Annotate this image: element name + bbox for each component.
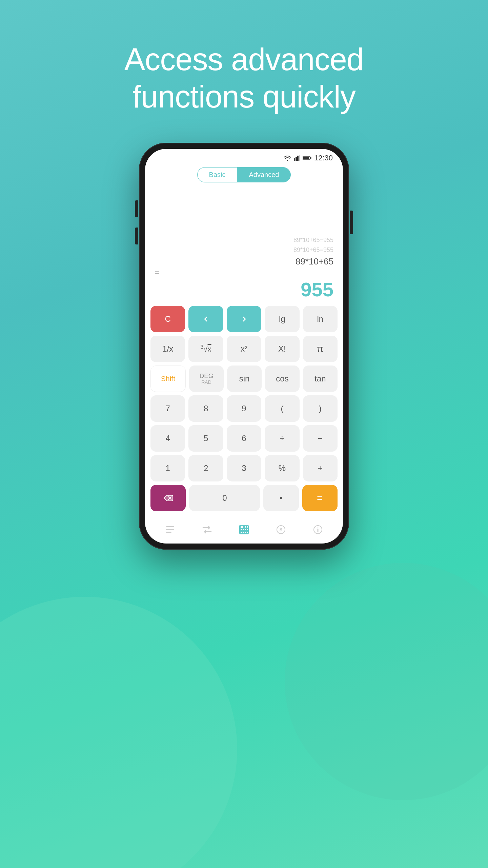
key-dot[interactable]: • bbox=[263, 485, 299, 511]
key-4[interactable]: 4 bbox=[150, 425, 185, 452]
key-8[interactable]: 8 bbox=[188, 395, 223, 422]
key-clear[interactable]: C bbox=[150, 306, 185, 332]
svg-rect-11 bbox=[166, 532, 171, 533]
key-pi[interactable]: π bbox=[303, 336, 338, 362]
svg-rect-0 bbox=[294, 158, 295, 161]
svg-rect-23 bbox=[247, 532, 248, 533]
key-backspace[interactable] bbox=[150, 485, 186, 511]
svg-rect-15 bbox=[247, 526, 248, 528]
phone-mockup: 12:30 Basic Advanced 89*10+65=955 89*10+… bbox=[139, 143, 349, 550]
history-line1: 89*10+65=955 bbox=[155, 235, 333, 245]
key-row-2: 1/x 3√x x² X! π bbox=[150, 336, 338, 362]
key-2[interactable]: 2 bbox=[188, 455, 223, 481]
key-5[interactable]: 5 bbox=[188, 425, 223, 452]
key-ln[interactable]: ln bbox=[303, 306, 338, 332]
nav-convert-icon[interactable] bbox=[200, 522, 214, 537]
signal-icon bbox=[294, 155, 300, 161]
result-line: 955 bbox=[155, 279, 333, 300]
key-arrow-left[interactable] bbox=[188, 306, 223, 332]
key-equals[interactable]: = bbox=[302, 485, 338, 511]
key-row-6: 1 2 3 % + bbox=[150, 455, 338, 481]
svg-rect-19 bbox=[247, 529, 248, 530]
key-6[interactable]: 6 bbox=[227, 425, 261, 452]
key-cos[interactable]: cos bbox=[265, 366, 300, 392]
nav-calculator-icon[interactable] bbox=[237, 522, 251, 537]
svg-rect-20 bbox=[241, 532, 242, 533]
key-plus[interactable]: + bbox=[303, 455, 338, 481]
key-row-3: Shift DEG RAD sin cos tan bbox=[150, 366, 338, 392]
history-line2: 89*10+65=955 bbox=[155, 245, 333, 255]
key-arrow-right[interactable] bbox=[227, 306, 261, 332]
key-open-paren[interactable]: ( bbox=[265, 395, 299, 422]
display-area: 89*10+65=955 89*10+65=955 89*10+65 = 955 bbox=[145, 185, 343, 306]
headline: Access advanced functions quickly bbox=[92, 41, 396, 116]
status-time: 12:30 bbox=[314, 154, 333, 162]
bottom-nav: $ bbox=[145, 519, 343, 544]
headline-line2: functions quickly bbox=[133, 79, 355, 114]
key-sin[interactable]: sin bbox=[227, 366, 262, 392]
key-deg[interactable]: DEG RAD bbox=[189, 366, 224, 392]
key-percent[interactable]: % bbox=[265, 455, 299, 481]
svg-rect-10 bbox=[166, 529, 174, 530]
svg-rect-6 bbox=[303, 157, 309, 159]
key-reciprocal[interactable]: 1/x bbox=[150, 336, 185, 362]
key-row-1: C lg ln bbox=[150, 306, 338, 332]
svg-text:$: $ bbox=[280, 527, 282, 532]
svg-rect-14 bbox=[245, 526, 246, 528]
keypad: C lg ln 1/x bbox=[145, 306, 343, 519]
key-0[interactable]: 0 bbox=[189, 485, 260, 511]
key-row-4: 7 8 9 ( ) bbox=[150, 395, 338, 422]
key-lg[interactable]: lg bbox=[265, 306, 299, 332]
svg-point-27 bbox=[317, 527, 318, 528]
svg-rect-9 bbox=[166, 526, 174, 527]
status-bar: 12:30 bbox=[145, 149, 343, 164]
phone-outer: 12:30 Basic Advanced 89*10+65=955 89*10+… bbox=[139, 143, 349, 550]
svg-rect-22 bbox=[245, 532, 246, 533]
key-minus[interactable]: − bbox=[303, 425, 338, 452]
svg-rect-21 bbox=[243, 532, 244, 533]
phone-screen: 12:30 Basic Advanced 89*10+65=955 89*10+… bbox=[145, 149, 343, 544]
key-shift[interactable]: Shift bbox=[150, 366, 186, 392]
equals-symbol: = bbox=[155, 267, 333, 277]
key-factorial[interactable]: X! bbox=[265, 336, 299, 362]
key-tan[interactable]: tan bbox=[303, 366, 338, 392]
nav-currency-icon[interactable]: $ bbox=[274, 522, 288, 537]
bg-decoration-1 bbox=[0, 597, 237, 868]
key-9[interactable]: 9 bbox=[227, 395, 261, 422]
tab-switcher: Basic Advanced bbox=[145, 164, 343, 185]
svg-rect-5 bbox=[310, 157, 311, 159]
svg-rect-17 bbox=[243, 529, 244, 530]
key-close-paren[interactable]: ) bbox=[303, 395, 338, 422]
svg-rect-13 bbox=[241, 526, 243, 528]
key-row-7: 0 • = bbox=[150, 485, 338, 511]
headline-line1: Access advanced bbox=[124, 42, 364, 77]
tab-basic-button[interactable]: Basic bbox=[197, 167, 237, 182]
svg-rect-16 bbox=[241, 529, 242, 530]
key-divide[interactable]: ÷ bbox=[265, 425, 299, 452]
svg-rect-28 bbox=[317, 529, 318, 532]
key-7[interactable]: 7 bbox=[150, 395, 185, 422]
expression-line: 89*10+65 bbox=[155, 256, 333, 267]
status-icons: 12:30 bbox=[284, 154, 333, 162]
svg-rect-2 bbox=[297, 156, 299, 161]
wifi-icon bbox=[284, 155, 291, 161]
bg-decoration-2 bbox=[285, 563, 488, 800]
svg-rect-1 bbox=[296, 157, 297, 161]
key-cbrt[interactable]: 3√x bbox=[188, 336, 223, 362]
key-row-5: 4 5 6 ÷ − bbox=[150, 425, 338, 452]
key-3[interactable]: 3 bbox=[227, 455, 261, 481]
svg-rect-18 bbox=[245, 529, 246, 530]
tab-advanced-button[interactable]: Advanced bbox=[237, 167, 291, 182]
key-1[interactable]: 1 bbox=[150, 455, 185, 481]
key-square[interactable]: x² bbox=[227, 336, 261, 362]
battery-icon bbox=[303, 156, 311, 160]
svg-rect-3 bbox=[299, 155, 300, 161]
nav-history-icon[interactable] bbox=[163, 522, 177, 537]
nav-info-icon[interactable] bbox=[311, 522, 325, 537]
